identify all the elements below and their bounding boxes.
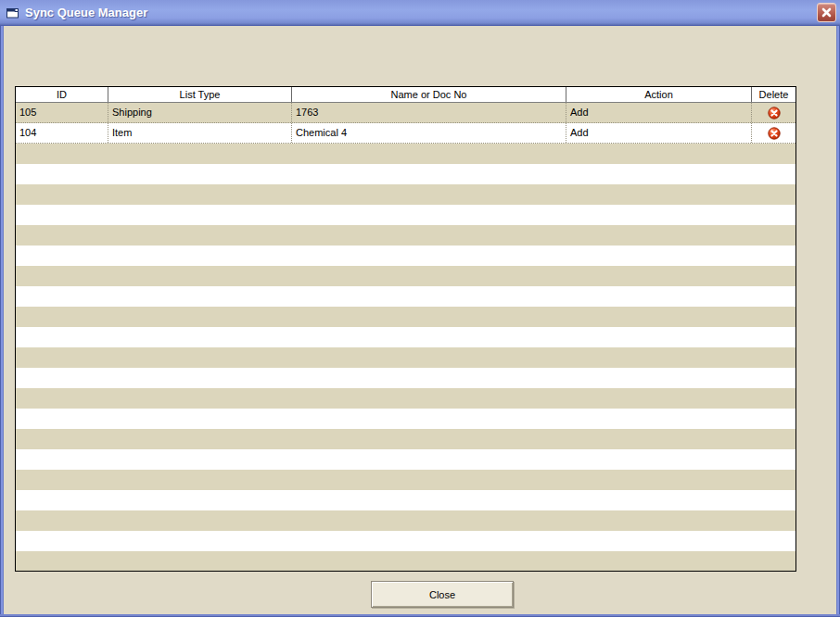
column-header-action: Action (566, 87, 752, 102)
column-header-name-or-doc-no: Name or Doc No (292, 87, 566, 102)
titlebar[interactable]: Sync Queue Manager (0, 0, 840, 26)
cell-delete (752, 123, 795, 143)
cell-action: Add (566, 103, 752, 122)
grid-header: ID List Type Name or Doc No Action Delet… (16, 87, 795, 103)
cell-list-type: Shipping (108, 103, 292, 122)
form-icon (6, 6, 19, 19)
sync-queue-grid: ID List Type Name or Doc No Action Delet… (15, 86, 796, 572)
table-row[interactable]: 105 Shipping 1763 Add (16, 103, 795, 123)
grid-empty-area (16, 144, 795, 571)
column-header-delete: Delete (752, 87, 795, 102)
cell-id: 104 (16, 123, 108, 143)
delete-icon[interactable] (768, 107, 781, 120)
cell-action: Add (566, 123, 752, 143)
close-icon (821, 6, 833, 19)
sync-queue-manager-window: Sync Queue Manager ID List Type Name or … (0, 0, 840, 617)
window-border-right (836, 26, 840, 617)
table-row[interactable]: 104 Item Chemical 4 Add (16, 123, 795, 144)
column-header-id: ID (16, 87, 108, 102)
cell-name-or-doc-no: 1763 (292, 103, 566, 122)
close-button[interactable]: Close (371, 581, 514, 608)
column-header-list-type: List Type (108, 87, 292, 102)
window-title: Sync Queue Manager (25, 0, 147, 26)
grid-body: 105 Shipping 1763 Add (16, 103, 795, 571)
cell-name-or-doc-no: Chemical 4 (292, 123, 566, 143)
cell-list-type: Item (108, 123, 292, 143)
window-border-left (0, 26, 4, 617)
close-window-button[interactable] (817, 3, 836, 22)
cell-delete (752, 103, 795, 122)
delete-icon[interactable] (768, 127, 781, 140)
cell-id: 105 (16, 103, 108, 122)
